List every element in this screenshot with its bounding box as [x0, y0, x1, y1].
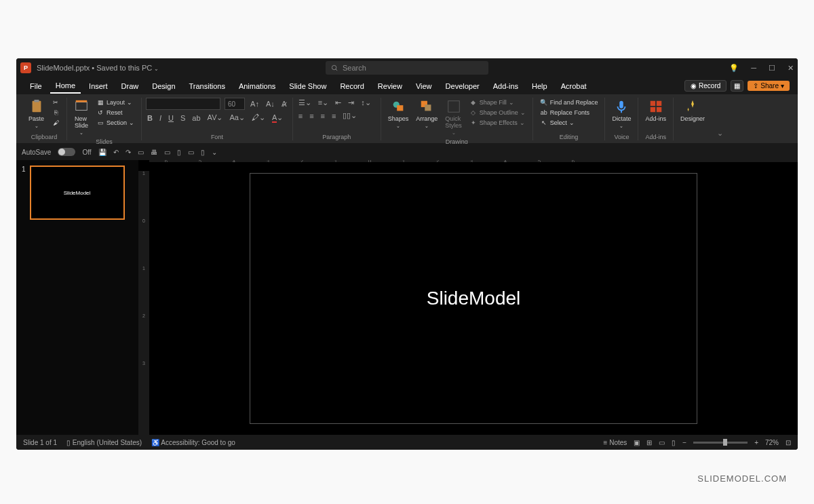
tab-review[interactable]: Review: [372, 79, 408, 93]
search-input[interactable]: Search: [326, 61, 488, 75]
replace-fonts-button[interactable]: abReplace Fonts: [537, 108, 601, 117]
dictate-button[interactable]: Dictate⌄: [609, 98, 634, 130]
tab-view[interactable]: View: [410, 79, 438, 93]
font-color-button[interactable]: A⌄: [271, 113, 284, 123]
share-button[interactable]: ⇪ Share ▾: [748, 81, 790, 91]
arrange-button[interactable]: Arrange⌄: [413, 98, 440, 130]
indent-in-button[interactable]: ⇥: [347, 98, 355, 108]
fit-button[interactable]: ⊡: [786, 439, 791, 446]
increase-font-button[interactable]: A↑: [249, 99, 260, 109]
record-button[interactable]: ◉ Record: [684, 80, 726, 92]
notes-button[interactable]: ≡ Notes: [604, 439, 627, 446]
tab-insert[interactable]: Insert: [83, 79, 113, 93]
section-button[interactable]: ▭Section ⌄: [94, 118, 137, 128]
ribbon: Paste⌄ ✂ ⎘ 🖌 Clipboard New Slide⌄ ▦Layou…: [16, 95, 798, 144]
find-button[interactable]: 🔍Find and Replace: [537, 98, 601, 107]
tab-home[interactable]: Home: [50, 79, 81, 94]
shape-fill-button[interactable]: ◆Shape Fill ⌄: [467, 98, 528, 107]
horizontal-ruler[interactable]: 6543210123456: [149, 160, 798, 162]
shapes-button[interactable]: Shapes⌄: [385, 98, 412, 130]
tab-developer[interactable]: Developer: [440, 79, 485, 93]
minimize-button[interactable]: ─: [751, 64, 756, 72]
underline-button[interactable]: U: [167, 113, 175, 123]
accessibility-button[interactable]: ♿ Accessibility: Good to go: [151, 439, 235, 446]
redo-button[interactable]: ↷: [125, 149, 131, 156]
case-button[interactable]: Aa⌄: [228, 113, 246, 123]
qat-item-6[interactable]: ▭: [164, 149, 170, 156]
layout-button[interactable]: ▦Layout ⌄: [94, 98, 137, 107]
spacing-button[interactable]: AV⌄: [206, 113, 225, 123]
zoom-level[interactable]: 72%: [765, 439, 779, 446]
shape-outline-button[interactable]: ◇Shape Outline ⌄: [467, 108, 528, 117]
reset-button[interactable]: ↺Reset: [94, 108, 137, 117]
autosave-toggle[interactable]: [58, 148, 75, 156]
sorter-view-button[interactable]: ⊞: [646, 439, 652, 446]
zoom-in-button[interactable]: +: [754, 439, 758, 446]
indent-out-button[interactable]: ⇤: [334, 98, 343, 108]
tab-file[interactable]: File: [24, 79, 47, 93]
qat-slideshow-button[interactable]: ▭: [138, 149, 144, 156]
strike-button[interactable]: S: [179, 113, 187, 123]
numbering-button[interactable]: ≡⌄: [317, 98, 330, 108]
clear-format-button[interactable]: A̷: [280, 99, 288, 109]
slide-counter[interactable]: Slide 1 of 1: [23, 439, 57, 446]
slide-canvas[interactable]: SlideModel: [250, 173, 697, 424]
group-drawing: Shapes⌄ Arrange⌄ Quick Styles⌄ ◆Shape Fi…: [381, 98, 533, 140]
format-painter-button[interactable]: 🖌: [49, 118, 62, 128]
close-button[interactable]: ✕: [788, 64, 794, 73]
tab-acrobat[interactable]: Acrobat: [556, 79, 592, 93]
vertical-ruler[interactable]: 10123: [138, 171, 149, 435]
shadow-button[interactable]: ab: [191, 113, 201, 123]
save-button[interactable]: 💾: [98, 149, 106, 156]
maximize-button[interactable]: ☐: [769, 64, 775, 73]
tab-slideshow[interactable]: Slide Show: [284, 79, 332, 93]
lightbulb-icon[interactable]: 💡: [729, 64, 739, 73]
highlight-button[interactable]: 🖍⌄: [250, 113, 267, 123]
shape-effects-button[interactable]: ✦Shape Effects ⌄: [467, 118, 528, 128]
quick-styles-button[interactable]: Quick Styles⌄: [442, 98, 465, 137]
undo-button[interactable]: ↶: [113, 149, 119, 156]
tab-animations[interactable]: Animations: [233, 79, 281, 93]
designer-button[interactable]: Designer: [678, 98, 708, 123]
zoom-slider[interactable]: [693, 442, 748, 444]
bold-button[interactable]: B: [146, 113, 154, 123]
new-slide-button[interactable]: New Slide⌄: [71, 98, 92, 137]
qat-more-button[interactable]: ⌄: [212, 149, 217, 156]
font-size-select[interactable]: [225, 98, 245, 110]
italic-button[interactable]: I: [158, 113, 163, 123]
reading-view-button[interactable]: ▭: [659, 439, 665, 446]
tab-design[interactable]: Design: [147, 79, 180, 93]
line-spacing-button[interactable]: ↕⌄: [360, 98, 372, 108]
addins-button[interactable]: Add-ins: [642, 98, 669, 123]
qat-item-7[interactable]: ▯: [177, 149, 181, 156]
tab-transitions[interactable]: Transitions: [184, 79, 231, 93]
select-button[interactable]: ↖Select ⌄: [537, 118, 601, 128]
justify-button[interactable]: ≡: [330, 111, 337, 121]
qat-item-8[interactable]: ▭: [188, 149, 194, 156]
qat-print-button[interactable]: 🖶: [151, 149, 157, 156]
slide-thumbnails[interactable]: 1 SlideModel: [16, 160, 138, 435]
decrease-font-button[interactable]: A↓: [265, 99, 276, 109]
tab-record[interactable]: Record: [334, 79, 369, 93]
bullets-button[interactable]: ☰⌄: [297, 98, 313, 108]
zoom-out-button[interactable]: −: [682, 439, 686, 446]
qat-item-9[interactable]: ▯: [201, 149, 205, 156]
align-center-button[interactable]: ≡: [308, 111, 315, 121]
slide-editor: 6543210123456 10123 SlideModel: [138, 160, 798, 435]
columns-button[interactable]: ▯▯⌄: [341, 111, 358, 121]
tab-help[interactable]: Help: [526, 79, 553, 93]
paste-button[interactable]: Paste⌄: [26, 98, 47, 130]
font-family-select[interactable]: [146, 98, 220, 110]
copy-button[interactable]: ⎘: [49, 108, 62, 117]
presenter-button[interactable]: ▦: [731, 80, 743, 92]
thumbnail-1[interactable]: 1 SlideModel: [22, 166, 133, 220]
collapse-ribbon-button[interactable]: ⌄: [714, 126, 726, 140]
cut-button[interactable]: ✂: [49, 98, 62, 107]
tab-draw[interactable]: Draw: [116, 79, 144, 93]
tab-addins[interactable]: Add-ins: [488, 79, 524, 93]
align-left-button[interactable]: ≡: [297, 111, 304, 121]
slideshow-view-button[interactable]: ▯: [672, 439, 676, 446]
normal-view-button[interactable]: ▣: [634, 439, 640, 446]
align-right-button[interactable]: ≡: [319, 111, 326, 121]
language-button[interactable]: ▯ English (United States): [66, 439, 142, 446]
